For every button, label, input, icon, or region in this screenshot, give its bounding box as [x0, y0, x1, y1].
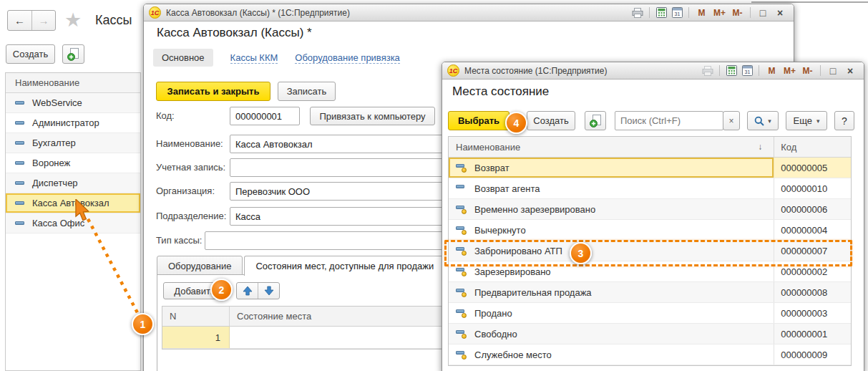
maximize-icon[interactable]: □	[824, 64, 842, 77]
history-nav-group: ← →	[7, 10, 56, 31]
row-code: 000000003	[781, 308, 827, 319]
list-item[interactable]: WebService	[6, 93, 140, 113]
print-icon[interactable]	[630, 6, 645, 19]
list-item[interactable]: Диспетчер	[6, 173, 140, 193]
memory-mplus-button[interactable]: M+	[781, 66, 799, 76]
column-n[interactable]: N	[162, 307, 230, 326]
table-row[interactable]: Продано 000000003	[449, 303, 851, 324]
print-icon[interactable]	[700, 64, 716, 77]
row-name: Возврат агента	[474, 183, 540, 194]
create-kassa-button[interactable]: Создать	[6, 44, 55, 64]
forward-icon[interactable]: →	[32, 11, 55, 30]
sub-tabs: Оборудование Состояния мест, доступные д…	[157, 256, 445, 276]
kassa-window-titlebar[interactable]: 1С Касса Автовокзал (Кассы) * (1С:Предпр…	[144, 4, 794, 21]
create-place-button[interactable]: Создать	[527, 111, 575, 130]
help-button[interactable]: ?	[834, 111, 854, 130]
calendar-icon[interactable]: 31	[739, 64, 755, 77]
list-item[interactable]: Бухгалтер	[6, 133, 140, 153]
table-row[interactable]: Возврат агента 000000010	[449, 178, 851, 199]
tab-osnovnoe[interactable]: Основное	[153, 49, 213, 67]
new-document-icon	[590, 115, 602, 127]
annotation-dashed-highlight	[444, 240, 852, 266]
table-row[interactable]: Служебное место 000000009	[449, 344, 851, 365]
row-name: Продано	[474, 308, 512, 319]
tab-oborudovanie-privyazka[interactable]: Оборудование привязка	[295, 52, 400, 64]
back-icon[interactable]: ←	[8, 11, 32, 30]
favorite-star-icon[interactable]: ★	[64, 9, 82, 32]
table-row[interactable]: Временно зарезервировано 000000006	[449, 199, 851, 220]
list-item[interactable]: Администратор	[6, 113, 140, 133]
row-code: 000000004	[781, 225, 827, 236]
svg-text:31: 31	[674, 11, 680, 16]
bind-to-computer-button[interactable]: Привязать к компьютеру	[310, 107, 435, 125]
background-window-edge	[751, 1, 868, 3]
places-table-header[interactable]: Наименование ↓ Код	[449, 137, 851, 158]
window-title: Касса Автовокзал (Кассы) * (1С:Предприят…	[166, 8, 350, 18]
memory-mminus-button[interactable]: M-	[728, 8, 746, 18]
list-item-label: Бухгалтер	[32, 138, 76, 148]
cell-n[interactable]: 1	[162, 327, 230, 348]
item-dash-dot-icon	[456, 329, 467, 338]
row-code: 000000008	[781, 287, 827, 298]
search-clear-button[interactable]: ×	[723, 111, 740, 130]
more-button-label: Еще	[794, 115, 812, 126]
new-document-button[interactable]	[62, 44, 84, 64]
row-code: 000000001	[781, 329, 827, 339]
memory-mminus-button[interactable]: M-	[799, 66, 816, 76]
list-item[interactable]: Воронеж	[6, 153, 140, 173]
list-item-label: Администратор	[32, 117, 99, 128]
close-icon[interactable]: ×	[771, 6, 789, 19]
search-options-button[interactable]: ▾	[747, 111, 779, 130]
item-dash-dot-icon	[456, 288, 467, 297]
row-name: Временно зарезервировано	[474, 204, 595, 215]
new-document-button[interactable]	[585, 111, 606, 130]
save-and-close-button[interactable]: Записать и закрыть	[156, 82, 270, 101]
tab-sostoyaniya-mest[interactable]: Состояния мест, доступные для продажи	[244, 256, 445, 276]
row-code: 000000010	[781, 183, 827, 194]
row-code: 000000002	[781, 266, 827, 277]
table-row-selected[interactable]: Возврат 000000005	[449, 158, 851, 178]
kassy-list-header[interactable]: Наименование	[6, 73, 140, 93]
search-input[interactable]	[615, 111, 723, 130]
titlebar-separator	[719, 65, 720, 76]
save-button[interactable]: Записать	[278, 82, 336, 101]
list-item[interactable]: Касса Офис	[6, 213, 140, 233]
table-row[interactable]: Предварительная продажа 000000008	[449, 282, 851, 303]
memory-m-button[interactable]: M	[763, 66, 781, 76]
chevron-down-icon: ▾	[816, 117, 820, 125]
maximize-icon[interactable]: □	[754, 6, 771, 19]
item-dash-icon	[15, 121, 24, 125]
chevron-down-icon: ▾	[768, 117, 771, 125]
titlebar-separator	[759, 65, 759, 76]
item-dash-icon	[15, 181, 24, 185]
titlebar-separator	[750, 7, 751, 18]
calculator-icon[interactable]	[653, 6, 669, 19]
select-button[interactable]: Выбрать	[448, 111, 509, 130]
annotation-step-3-badge: 3	[570, 242, 592, 264]
tab-oborudovanie[interactable]: Оборудование	[157, 256, 243, 276]
column-name[interactable]: Наименование ↓	[449, 137, 774, 157]
column-code[interactable]: Код	[774, 137, 851, 157]
move-down-icon[interactable]	[258, 283, 279, 299]
memory-mplus-button[interactable]: M+	[711, 8, 728, 18]
tab-kassy-kkm[interactable]: Кассы ККМ	[230, 52, 278, 64]
item-dash-dot-icon	[456, 309, 467, 317]
row-name: Свободно	[474, 329, 517, 339]
row-code: 000000009	[781, 350, 827, 360]
code-field[interactable]	[230, 107, 300, 125]
list-item-selected[interactable]: Касса Автовокзал	[6, 193, 140, 213]
1c-logo-icon: 1С	[149, 6, 161, 19]
table-row[interactable]: Вычеркнуто 000000004	[449, 220, 851, 241]
memory-m-button[interactable]: M	[693, 8, 711, 18]
table-row[interactable]: Свободно 000000001	[449, 324, 851, 344]
more-button[interactable]: Еще ▾	[786, 111, 827, 130]
places-window-titlebar[interactable]: 1С Места состояние (1С:Предприятие) 31 M…	[442, 62, 864, 80]
annotation-step-1-badge: 1	[132, 313, 154, 335]
form-heading: Места состояние	[452, 85, 549, 99]
move-up-icon[interactable]	[237, 283, 258, 299]
close-icon[interactable]: ×	[842, 64, 859, 77]
screen: ← → ★ Кассы Создать Наименование We	[0, 0, 868, 371]
calculator-icon[interactable]	[723, 64, 739, 77]
item-dash-icon	[15, 101, 24, 105]
calendar-icon[interactable]: 31	[669, 6, 685, 19]
